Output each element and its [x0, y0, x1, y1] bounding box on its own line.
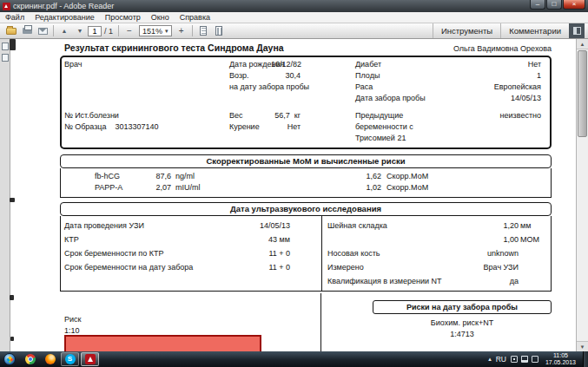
menu-file[interactable]: Файл — [0, 12, 30, 23]
cell: 2,07 — [148, 182, 171, 193]
maximize-button[interactable]: □ — [546, 0, 562, 10]
cell: Дата забора пробы — [355, 93, 486, 104]
cell: Измерено — [321, 260, 456, 274]
show-desktop-button[interactable] — [583, 351, 588, 367]
tools-button[interactable]: Инструменты — [433, 23, 500, 38]
zoom-out-icon: − — [127, 26, 132, 36]
print-button[interactable] — [19, 24, 35, 37]
open-button[interactable] — [3, 24, 19, 37]
cell: 30,4 — [271, 70, 301, 82]
scroll-up-icon[interactable]: ▲ — [577, 39, 588, 49]
panel-toggle-button[interactable] — [569, 23, 585, 38]
cell: Дата рождения — [229, 59, 271, 70]
action-center-icon[interactable] — [511, 356, 518, 363]
scrolling-view-button[interactable] — [211, 24, 227, 37]
single-page-icon — [200, 26, 207, 36]
table-row: на дату забора пробы Раса Европейская — [62, 82, 550, 93]
cell: Курение — [229, 121, 271, 133]
scrollbar-thumb[interactable] — [578, 50, 587, 137]
cell: 87,6 — [148, 171, 171, 182]
cell: 43 мм — [234, 233, 290, 246]
ultrasound-section-title: Дата ультразвукового исследования — [60, 202, 552, 216]
cell: PAPP-A — [61, 182, 148, 193]
cell: Шейная складка — [321, 219, 456, 233]
close-button[interactable]: × — [563, 0, 585, 10]
bookmarks-icon[interactable] — [2, 54, 9, 62]
comments-button[interactable]: Комментарии — [500, 23, 569, 38]
report-title: Результат скринингового теста Синдрома Д… — [64, 43, 284, 53]
cell: МОМ — [519, 233, 551, 246]
toolbar-separator — [53, 25, 54, 36]
scan-artifact — [10, 39, 16, 50]
zoom-level-select[interactable]: 151% ▾ — [139, 25, 172, 36]
minimize-button[interactable]: – — [530, 0, 545, 10]
open-folder-icon — [6, 28, 17, 35]
cell: 1,20 — [456, 219, 519, 233]
language-indicator[interactable]: RU — [495, 355, 507, 364]
tray-expand-icon[interactable]: ▴ — [488, 356, 492, 363]
clock-date: 17.05.2013 — [545, 359, 576, 366]
table-row: Врач Дата рождения 16/12/82 Диабет Нет — [62, 59, 550, 70]
page-number-input[interactable] — [88, 26, 102, 36]
menu-help[interactable]: Справка — [175, 12, 215, 23]
next-page-button[interactable]: ▼ — [72, 24, 88, 37]
table-row: Срок беременности на дату забора 11 + 0 … — [61, 260, 551, 274]
scan-artifact — [10, 337, 14, 341]
taskbar-adobe-reader-button[interactable] — [81, 352, 99, 366]
toolbar-separator — [118, 25, 119, 36]
email-button[interactable] — [35, 24, 50, 37]
firefox-icon — [45, 354, 56, 364]
cell: Европейская — [486, 82, 550, 93]
cell: Плоды — [355, 70, 486, 82]
cell: 14/05/13 — [486, 93, 550, 104]
page-count-label: / 1 — [104, 27, 113, 36]
menu-view[interactable]: Просмотр — [100, 12, 146, 23]
taskbar-skype-button[interactable] — [61, 352, 79, 366]
page-thumbnails-icon[interactable] — [2, 43, 9, 50]
start-button[interactable] — [3, 353, 16, 365]
taskbar-chrome-button[interactable] — [21, 352, 39, 366]
window-title: скрининг.pdf - Adobe Reader — [13, 2, 114, 10]
report-header: Результат скринингового теста Синдрома Д… — [64, 43, 552, 53]
cell: Раса — [355, 82, 486, 93]
titlebar: скрининг.pdf - Adobe Reader – □ × — [0, 0, 588, 12]
previous-page-button[interactable]: ▲ — [56, 24, 72, 37]
table-row: № Образца 3013307140 Курение Нет беремен… — [62, 121, 550, 133]
menu-edit[interactable]: Редактирование — [30, 12, 100, 23]
cell: неизвестно — [486, 110, 550, 121]
page-down-icon: ▼ — [77, 28, 83, 34]
risk-bar-graphic — [64, 335, 261, 351]
cell: Врач — [64, 59, 229, 70]
menu-window[interactable]: Окно — [146, 12, 175, 23]
table-row: fb-hCG 87,6 ng/ml 1,62 Скорр.МоМ — [61, 171, 551, 182]
section-divider — [320, 293, 321, 351]
taskbar-clock[interactable]: 11:05 17.05.2013 — [542, 352, 579, 366]
toolbar-separator — [192, 25, 193, 36]
ultrasound-table: Дата проведения УЗИ 14/05/13 Шейная скла… — [60, 216, 552, 292]
risk-section: Риск 1:10 Риски на дату забора пробы Био… — [60, 293, 552, 351]
scroll-down-icon[interactable]: ▼ — [577, 341, 588, 351]
windows-flag-icon — [6, 356, 13, 363]
cell: Носовая кость — [321, 246, 456, 260]
chrome-icon — [25, 354, 36, 364]
cell: мм — [519, 219, 551, 233]
volume-icon[interactable] — [532, 356, 538, 363]
vertical-scrollbar[interactable]: ▲ ▼ — [576, 39, 588, 351]
table-row: Возр. 30,4 Плоды 1 — [62, 70, 550, 82]
clock-time: 11:05 — [545, 352, 576, 359]
biochem-risk-label: Биохим. риск+NT — [373, 318, 552, 327]
table-row: Срок беременности по КТР 11 + 0 Носовая … — [61, 246, 551, 260]
patient-name: Ольга Вадимовна Орехова — [453, 44, 552, 53]
page-up-icon: ▲ — [62, 28, 68, 34]
zoom-in-button[interactable]: + — [174, 24, 189, 37]
cell: № Ист.болезни — [64, 110, 229, 121]
network-icon[interactable] — [521, 356, 528, 363]
taskbar-firefox-button[interactable] — [41, 352, 59, 366]
scan-artifact — [10, 198, 15, 202]
zoom-out-button[interactable]: − — [122, 24, 137, 37]
zoom-level-value: 151% — [142, 27, 162, 36]
cell: Предыдущие — [355, 110, 486, 121]
cell: 1,02 — [275, 182, 381, 193]
adobe-reader-icon — [85, 354, 96, 364]
single-page-view-button[interactable] — [195, 24, 211, 37]
